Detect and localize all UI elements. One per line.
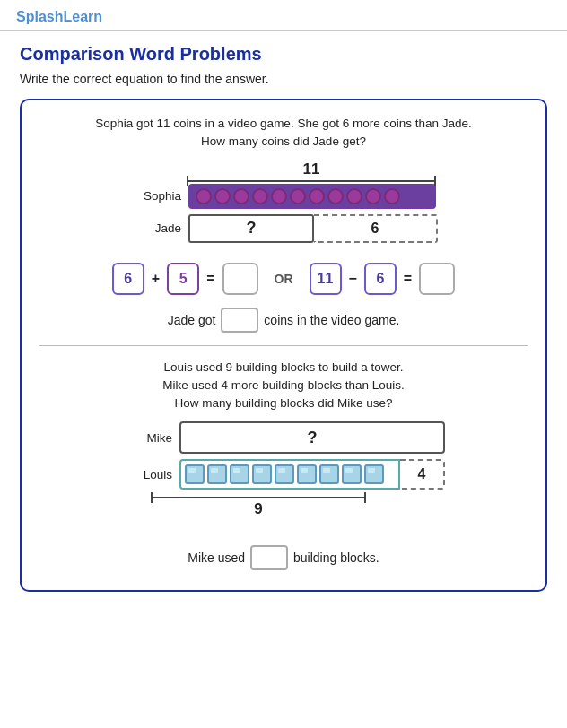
divider	[39, 345, 528, 346]
mike-bar: ?	[179, 421, 445, 454]
problem2: Louis used 9 building blocks to build a …	[39, 359, 528, 571]
mike-label: Mike	[122, 431, 172, 445]
louis-block-2	[230, 464, 249, 484]
logo-splash: Splash	[16, 9, 63, 24]
eq1-a: 6	[112, 263, 144, 295]
sophia-dot-5	[290, 188, 306, 204]
sentence1-pre: Jade got	[168, 313, 216, 327]
equation-row: 6 + 5 = OR 11 − 6 =	[39, 263, 528, 295]
jade-row: Jade ? 6	[131, 214, 436, 243]
p2-arrow-line	[151, 497, 366, 498]
sophia-label: Sophia	[131, 189, 181, 203]
louis-block-4	[275, 464, 294, 484]
louis-block-1	[207, 464, 227, 484]
louis-block-0	[185, 464, 205, 484]
sophia-bar	[188, 184, 436, 209]
sentence1-post: coins in the video game.	[264, 313, 399, 327]
louis-block-6	[319, 464, 339, 484]
sophia-dot-6	[309, 188, 325, 204]
logo-learn: Learn	[63, 9, 102, 24]
louis-block-8	[364, 464, 384, 484]
or-text: OR	[275, 272, 293, 286]
problem2-line3: How many building blocks did Mike use?	[174, 396, 392, 410]
louis-label: Louis	[122, 468, 172, 481]
p2-bottom-number: 9	[254, 500, 262, 518]
problem2-line1: Louis used 9 building blocks to build a …	[163, 360, 403, 374]
jade-question-box: ?	[188, 214, 314, 243]
eq2-answer[interactable]	[419, 263, 455, 295]
problem1-line1: Sophia got 11 coins in a video game. She…	[95, 117, 472, 130]
mike-row: Mike ?	[122, 421, 445, 454]
problem1-text: Sophia got 11 coins in a video game. She…	[39, 115, 528, 152]
problem2-text: Louis used 9 building blocks to build a …	[39, 359, 528, 413]
sophia-dot-3	[252, 188, 268, 204]
problem2-diagram: Mike ? Louis 4	[39, 421, 528, 518]
page-title: Comparison Word Problems	[20, 44, 547, 65]
eq2-b: 6	[364, 263, 397, 295]
louis-blocks	[179, 459, 400, 490]
louis-row: Louis 4	[122, 459, 445, 490]
sophia-dot-4	[271, 188, 287, 204]
sophia-dot-10	[384, 188, 400, 204]
eq2-a: 11	[310, 263, 342, 295]
sophia-dot-1	[214, 188, 231, 204]
eq1-b: 5	[167, 263, 199, 295]
jade-number-box: 6	[314, 214, 438, 243]
louis-block-7	[342, 464, 362, 484]
sophia-dot-0	[196, 188, 212, 204]
sophia-row: Sophia	[131, 184, 436, 209]
jade-bar: ? 6	[188, 214, 438, 243]
louis-block-3	[252, 464, 272, 484]
sophia-top-number: 11	[303, 160, 320, 178]
sophia-bracket: 11	[131, 160, 436, 182]
sophia-dot-9	[365, 188, 381, 204]
problem1: Sophia got 11 coins in a video game. She…	[39, 115, 528, 333]
problem1-diagram: 11 Sophia Jade ?	[39, 160, 528, 248]
answer-box-1[interactable]	[221, 308, 258, 333]
eq1-plus: +	[152, 271, 160, 287]
eq1-equals: =	[206, 271, 214, 287]
answer-sentence-1: Jade got coins in the video game.	[39, 308, 528, 333]
sophia-dot-2	[233, 188, 249, 204]
sentence2-pre: Mike used	[188, 550, 245, 565]
answer-box-2[interactable]	[250, 545, 288, 570]
louis-block-5	[297, 464, 317, 484]
eq1-answer[interactable]	[222, 263, 258, 295]
problem-card: Sophia got 11 coins in a video game. She…	[20, 99, 547, 592]
p2-bracket: 9	[151, 497, 366, 518]
logo: SplashLearn	[16, 9, 551, 25]
answer-sentence-2: Mike used building blocks.	[39, 545, 528, 570]
sentence2-post: building blocks.	[293, 550, 379, 565]
jade-label: Jade	[131, 221, 181, 235]
eq2-minus: −	[349, 271, 357, 287]
subtitle: Write the correct equation to find the a…	[20, 72, 547, 86]
sophia-dot-7	[327, 188, 344, 204]
sophia-arrow	[187, 180, 436, 182]
louis-bar: 4	[179, 459, 445, 490]
eq2-equals: =	[404, 271, 412, 287]
problem1-line2: How many coins did Jade get?	[201, 134, 366, 148]
louis-number-box: 4	[400, 459, 445, 490]
main-content: Comparison Word Problems Write the corre…	[0, 31, 567, 610]
problem2-line2: Mike used 4 more building blocks than Lo…	[162, 378, 404, 392]
header: SplashLearn	[0, 0, 567, 31]
sophia-dot-8	[346, 188, 362, 204]
